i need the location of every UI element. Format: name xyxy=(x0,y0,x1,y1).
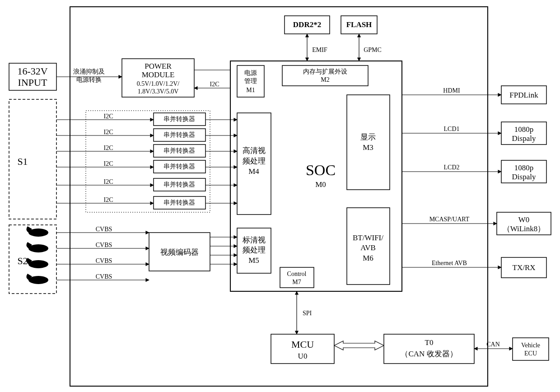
power-i2c-label: I2C xyxy=(210,81,219,88)
mcu-label: MCU xyxy=(291,339,314,350)
s1-i2c-label-0: I2C xyxy=(104,113,113,120)
emif-label: EMIF xyxy=(312,47,327,53)
display2-l1: 1080p xyxy=(514,163,534,172)
converter-label-2: 串并转换器 xyxy=(163,147,195,154)
m4-id: M4 xyxy=(248,167,259,176)
m3-l1: 显示 xyxy=(360,133,376,141)
s1-i2c-label-5: I2C xyxy=(104,196,113,203)
ddr-label: DDR2*2 xyxy=(293,20,321,29)
power-title: POWER xyxy=(145,62,172,70)
surge-l1: 浪涌抑制及 xyxy=(73,68,105,75)
video-encoder-label: 视频编码器 xyxy=(160,248,199,257)
hdmi-label: HDMI xyxy=(443,87,460,94)
s1-i2c-label-2: I2C xyxy=(104,145,113,151)
m3-block xyxy=(347,95,390,190)
m4-l2: 频处理 xyxy=(243,157,266,165)
cvbs-label-1: CVBS xyxy=(96,242,112,248)
s1-i2c-label-3: I2C xyxy=(104,160,113,167)
lcd1-label: LCD1 xyxy=(444,126,460,132)
surge-l2: 电源转换 xyxy=(76,76,102,83)
svg-point-1 xyxy=(28,229,48,237)
m2-l1: 内存与扩展外设 xyxy=(303,68,347,75)
display2-l2: Dispaly xyxy=(512,173,536,181)
txrx-label: TX/RX xyxy=(513,263,536,272)
m1-l1: 电源 xyxy=(244,70,257,76)
m7-l1: Control xyxy=(287,271,307,277)
wilink-l1: W0 xyxy=(518,215,530,224)
s1-i2c-label-1: I2C xyxy=(104,129,113,135)
power-volts1: 0.5V/1.0V/1.2V/ xyxy=(137,80,180,87)
t0-l1: T0 xyxy=(425,338,434,347)
converter-label-5: 串并转换器 xyxy=(163,199,195,206)
m5-l1: 标清视 xyxy=(242,236,266,244)
m2-id: M2 xyxy=(321,76,329,83)
gpmc-label: GPMC xyxy=(364,47,382,53)
cvbs-label-0: CVBS xyxy=(96,226,112,233)
s1-area xyxy=(9,99,56,219)
lcd2-label: LCD2 xyxy=(444,164,460,171)
m6-l2: AVB xyxy=(360,243,376,252)
m6-l1: BT/WIFI/ xyxy=(353,233,383,242)
m5-l2: 频处理 xyxy=(243,246,266,254)
s1-label: S1 xyxy=(17,156,28,167)
converter-label-1: 串并转换器 xyxy=(163,131,195,138)
display1-l1: 1080p xyxy=(514,125,534,134)
can-label: CAN xyxy=(486,341,500,348)
fpdlink-label: FPDLink xyxy=(509,91,538,99)
voltage-input-l1: 16-32V xyxy=(17,65,47,77)
svg-point-3 xyxy=(28,260,48,268)
s2-label: S2 xyxy=(17,255,28,266)
m5-id: M5 xyxy=(248,256,259,265)
s1-i2c-label-4: I2C xyxy=(104,178,113,185)
mcu-id: U0 xyxy=(298,352,308,360)
cvbs-label-3: CVBS xyxy=(96,273,112,280)
m4-l1: 高清视 xyxy=(243,146,266,155)
svg-point-2 xyxy=(28,244,48,252)
block-diagram: DDR2*2 FLASH EMIF GPMC 16-32V INPUT 浪涌抑制… xyxy=(0,0,560,392)
mcasp-label: MCASP/UART xyxy=(429,216,470,223)
flash-label: FLASH xyxy=(346,20,372,29)
power-volts2: 1.8V/3.3V/5.0V xyxy=(138,88,179,95)
camera-icon-3 xyxy=(26,274,48,284)
ecu-l1: Vehicle xyxy=(521,342,540,349)
m3-id: M3 xyxy=(363,143,373,152)
converter-label-0: 串并转换器 xyxy=(163,116,195,122)
soc-title: SOC xyxy=(306,162,336,178)
t0-l2: （CAN 收发器） xyxy=(401,350,457,358)
m1-l2: 管理 xyxy=(244,78,257,84)
soc-id: M0 xyxy=(315,180,326,189)
vehicle-ecu-block xyxy=(513,338,549,360)
camera-icon-1 xyxy=(26,242,48,252)
m7-id: M7 xyxy=(292,279,301,285)
m6-id: M6 xyxy=(363,254,373,262)
spi-label: SPI xyxy=(303,310,312,317)
svg-point-4 xyxy=(28,276,48,284)
voltage-input-l2: INPUT xyxy=(18,77,47,88)
display1-l2: Dispaly xyxy=(512,134,536,143)
ecu-l2: ECU xyxy=(524,350,537,357)
converter-label-3: 串并转换器 xyxy=(163,163,195,170)
converter-label-4: 串并转换器 xyxy=(163,181,195,188)
cvbs-label-2: CVBS xyxy=(96,257,112,264)
wilink-l2: （WiLink8） xyxy=(503,224,546,233)
camera-icon-2 xyxy=(26,258,48,268)
camera-icon-0 xyxy=(26,226,48,237)
avb-label: Ethernet AVB xyxy=(432,260,467,266)
power-title2: MODULE xyxy=(142,70,175,79)
m1-id: M1 xyxy=(246,87,255,93)
